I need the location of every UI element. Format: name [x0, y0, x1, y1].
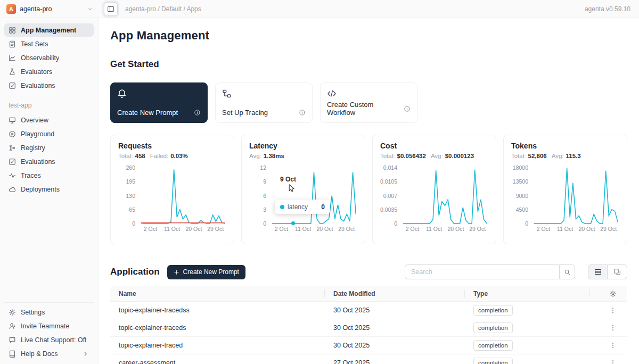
- sidebar-item-help-docs[interactable]: Help & Docs: [4, 347, 94, 360]
- column-name[interactable]: Name: [110, 286, 325, 301]
- chart-icon: [9, 54, 16, 62]
- chart-plot[interactable]: 2 Oct11 Oct20 Oct29 Oct: [402, 168, 488, 224]
- get-started-card-create-new-prompt[interactable]: Create New Prompt: [110, 82, 208, 123]
- sidebar-workspace-menu: App ManagementTest SetsObservabilityEval…: [4, 23, 94, 92]
- x-axis: 2 Oct11 Oct20 Oct29 Oct: [140, 226, 226, 233]
- metric-title: Cost: [380, 142, 488, 150]
- metric-title: Requests: [118, 142, 226, 150]
- get-started-card-create-custom-workflow[interactable]: Create Custom Workflow: [320, 82, 417, 123]
- type-badge: completion: [473, 305, 513, 316]
- panel-left-icon: [107, 5, 114, 13]
- get-started-card-set-up-tracing[interactable]: Set Up Tracing: [215, 82, 313, 123]
- app-row-topic-explainer-traceds[interactable]: topic-explainer-traceds30 Oct 2025comple…: [110, 319, 627, 337]
- item-label: Live Chat Support: Off: [21, 336, 86, 344]
- card-label: Create New Prompt: [117, 109, 178, 117]
- y-axis: 0.0140.01050.0070.00350: [380, 168, 402, 224]
- x-axis: 2 Oct11 Oct20 Oct29 Oct: [271, 226, 357, 233]
- breadcrumb[interactable]: agenta-pro / Default / Apps: [125, 5, 201, 13]
- metric-stats: Total:458Failed:0.03%: [118, 153, 226, 159]
- sidebar-item-app-management[interactable]: App Management: [4, 23, 94, 37]
- item-label: Evaluators: [21, 68, 52, 76]
- info-icon[interactable]: [299, 109, 306, 116]
- sidebar: App ManagementTest SetsObservabilityEval…: [0, 18, 99, 364]
- play-icon: [9, 130, 16, 138]
- chat-icon: [9, 336, 16, 344]
- app-version: agenta v0.59.10: [585, 5, 639, 13]
- app-type: completion: [465, 322, 590, 333]
- sidebar-item-live-chat-support-off[interactable]: Live Chat Support: Off: [4, 333, 94, 346]
- column-type[interactable]: Type: [465, 286, 590, 301]
- workspace-selector[interactable]: A agenta-pro: [0, 4, 99, 14]
- search-icon: [564, 269, 571, 276]
- info-icon[interactable]: [404, 105, 411, 112]
- info-icon[interactable]: [194, 109, 201, 116]
- sidebar-item-deployments[interactable]: Deployments: [4, 183, 94, 196]
- sidebar-item-registry[interactable]: Registry: [4, 141, 94, 154]
- table-settings-gear-icon[interactable]: [609, 290, 617, 297]
- chart-plot[interactable]: 2 Oct11 Oct20 Oct29 Oct: [271, 168, 357, 224]
- sidebar-item-evaluators[interactable]: Evaluators: [4, 65, 94, 78]
- checklist-icon: [9, 82, 16, 89]
- item-label: Evaluations: [21, 82, 55, 89]
- workspace-name: agenta-pro: [20, 5, 83, 13]
- item-label: Deployments: [21, 186, 60, 193]
- create-new-prompt-button[interactable]: Create New Prompt: [167, 265, 245, 279]
- type-badge: completion: [473, 340, 513, 351]
- metric-card-requests: RequestsTotal:458Failed:0.03%26019513065…: [110, 135, 234, 244]
- app-date-modified: 30 Oct 2025: [325, 342, 465, 349]
- sidebar-item-traces[interactable]: Traces: [4, 169, 94, 182]
- user-add-icon: [9, 322, 16, 330]
- table-header: Name Date Modified Type: [110, 286, 627, 302]
- app-date-modified: 30 Oct 2025: [325, 324, 465, 332]
- sidebar-item-evaluations[interactable]: Evaluations: [4, 155, 94, 168]
- app-row-topic-explainer-tracedss[interactable]: topic-explainer-tracedss30 Oct 2025compl…: [110, 302, 627, 319]
- item-label: Registry: [21, 144, 45, 152]
- card-view-button[interactable]: [608, 264, 627, 279]
- metric-title: Tokens: [511, 142, 619, 150]
- search-input[interactable]: [405, 264, 559, 279]
- column-date-modified[interactable]: Date Modified: [325, 286, 465, 301]
- app-name: career-assessment: [110, 359, 325, 364]
- row-menu-button[interactable]: [609, 342, 617, 349]
- metrics-row: RequestsTotal:458Failed:0.03%26019513065…: [110, 135, 627, 244]
- item-label: App Management: [21, 27, 76, 34]
- x-axis: 2 Oct11 Oct20 Oct29 Oct: [532, 226, 619, 233]
- table-view-button[interactable]: [588, 264, 608, 279]
- app-row-topic-explainer-traced[interactable]: topic-explainer-traced30 Oct 2025complet…: [110, 337, 627, 354]
- item-label: Help & Docs: [21, 350, 58, 358]
- chart-plot[interactable]: 2 Oct11 Oct20 Oct29 Oct: [140, 168, 226, 224]
- app-type: completion: [465, 358, 590, 364]
- sidebar-item-playground[interactable]: Playground: [4, 127, 94, 140]
- search-group: [405, 264, 575, 279]
- sidebar-collapse-button[interactable]: [104, 2, 118, 16]
- row-menu-button[interactable]: [609, 307, 617, 314]
- item-label: Playground: [21, 130, 54, 138]
- tree-icon: [222, 89, 232, 98]
- row-menu-button[interactable]: [609, 324, 617, 332]
- app-date-modified: 27 Oct 2025: [325, 359, 465, 364]
- card-view-icon: [613, 268, 621, 276]
- chart-plot[interactable]: 2 Oct11 Oct20 Oct29 Oct: [532, 168, 619, 224]
- item-label: Observability: [21, 54, 59, 62]
- sidebar-item-settings[interactable]: Settings: [4, 305, 94, 319]
- app-name: topic-explainer-traced: [110, 342, 325, 349]
- sidebar-item-overview[interactable]: Overview: [4, 113, 94, 127]
- card-label: Create Custom Workflow: [327, 101, 404, 117]
- app-name: topic-explainer-traceds: [110, 324, 325, 332]
- sidebar-item-evaluations[interactable]: Evaluations: [4, 79, 94, 92]
- sidebar-item-invite-teammate[interactable]: Invite Teammate: [4, 319, 94, 333]
- sidebar-item-observability[interactable]: Observability: [4, 51, 94, 64]
- app-row-career-assessment[interactable]: career-assessment27 Oct 2025completion: [110, 354, 627, 364]
- type-badge: completion: [473, 322, 513, 333]
- series-tokens: [534, 168, 618, 224]
- pulse-icon: [9, 172, 16, 179]
- file-icon: [9, 40, 16, 48]
- sidebar-item-test-sets[interactable]: Test Sets: [4, 37, 94, 51]
- chevron-down-icon: [87, 6, 93, 12]
- search-button[interactable]: [559, 264, 575, 279]
- main-content: App Management Get Started Create New Pr…: [99, 18, 639, 364]
- book-icon: [9, 350, 16, 358]
- row-menu-button[interactable]: [609, 359, 617, 364]
- chevron-right-icon: [82, 350, 89, 358]
- branch-icon: [9, 144, 16, 152]
